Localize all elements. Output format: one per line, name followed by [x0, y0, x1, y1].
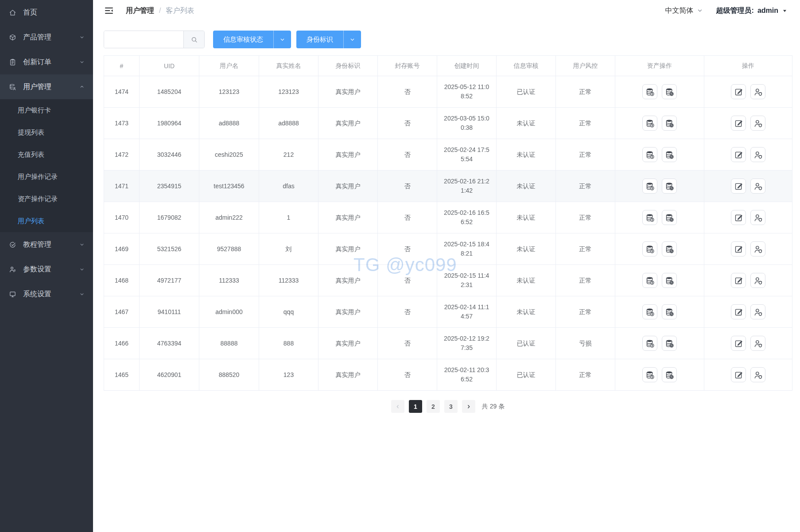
sidebar-item-label: 用户管理	[23, 82, 51, 92]
user-security-button[interactable]	[750, 336, 765, 351]
sidebar-item-withdraw-list[interactable]: 提现列表	[0, 121, 93, 144]
sidebar-item-label: 充值列表	[18, 151, 44, 159]
asset-freeze-button[interactable]	[662, 304, 677, 319]
breadcrumb-current: 客户列表	[166, 6, 194, 16]
cell-username: admin000	[199, 296, 259, 328]
sidebar-item-user-bank-cards[interactable]: 用户银行卡	[0, 99, 93, 121]
sidebar-item-innovation-orders[interactable]: 创新订单	[0, 50, 93, 74]
main-content: 用户管理 / 客户列表 中文简体 超级管理员: admin	[93, 0, 800, 532]
user-security-button[interactable]	[750, 273, 765, 288]
search-button[interactable]	[183, 31, 204, 48]
sidebar-item-products[interactable]: 产品管理	[0, 25, 93, 50]
cell-review: 未认证	[497, 265, 556, 296]
sidebar-item-label: 产品管理	[23, 33, 51, 42]
user-security-button[interactable]	[750, 210, 765, 225]
coins-dollar-icon: $	[645, 276, 655, 285]
cell-real-name: 123	[259, 359, 318, 391]
sidebar-item-recharge-list[interactable]: 充值列表	[0, 144, 93, 166]
asset-freeze-button[interactable]	[662, 210, 677, 225]
edit-user-button[interactable]	[731, 367, 746, 382]
user-security-button[interactable]	[750, 179, 765, 194]
user-security-button[interactable]	[750, 367, 765, 382]
asset-add-button[interactable]: $	[642, 179, 657, 194]
filter-identity-label[interactable]: 身份标识	[296, 35, 343, 44]
asset-add-button[interactable]: $	[642, 336, 657, 351]
sidebar-item-tutorials[interactable]: 教程管理	[0, 232, 93, 257]
cell-sealed: 否	[378, 265, 437, 296]
column-header: 资产操作	[615, 56, 704, 76]
asset-freeze-button[interactable]	[662, 336, 677, 351]
tutorial-icon	[9, 241, 16, 249]
pagination-page-1[interactable]: 1	[409, 400, 422, 413]
pagination-prev-button[interactable]	[391, 400, 404, 413]
edit-user-button[interactable]	[731, 147, 746, 162]
asset-freeze-button[interactable]	[662, 116, 677, 131]
cell-asset-actions: $	[615, 202, 704, 233]
asset-add-button[interactable]: $	[642, 367, 657, 382]
asset-freeze-button[interactable]	[662, 147, 677, 162]
username: admin	[757, 7, 778, 15]
edit-user-button[interactable]	[731, 210, 746, 225]
language-selector[interactable]: 中文简体	[665, 6, 703, 16]
asset-add-button[interactable]: $	[642, 273, 657, 288]
cell-asset-actions: $	[615, 296, 704, 328]
edit-user-button[interactable]	[731, 241, 746, 256]
user-security-button[interactable]	[750, 147, 765, 162]
cell-asset-actions: $	[615, 171, 704, 202]
user-account-menu[interactable]: 超级管理员: admin	[716, 6, 788, 16]
chevron-right-icon	[466, 404, 472, 410]
edit-user-button[interactable]	[731, 84, 746, 99]
asset-freeze-button[interactable]	[662, 179, 677, 194]
edit-user-button[interactable]	[731, 304, 746, 319]
asset-add-button[interactable]: $	[642, 241, 657, 256]
chevron-down-icon	[697, 8, 703, 14]
cell-uid: 1980964	[140, 108, 199, 139]
user-shield-icon	[753, 150, 763, 159]
asset-add-button[interactable]: $	[642, 116, 657, 131]
coins-dollar-icon: $	[645, 213, 655, 222]
edit-icon	[734, 150, 743, 159]
edit-user-button[interactable]	[731, 179, 746, 194]
asset-add-button[interactable]: $	[642, 210, 657, 225]
asset-add-button[interactable]: $	[642, 304, 657, 319]
column-header: UID	[140, 56, 199, 76]
user-security-button[interactable]	[750, 116, 765, 131]
asset-add-button[interactable]: $	[642, 147, 657, 162]
sidebar-item-user-operation-records[interactable]: 用户操作记录	[0, 166, 93, 188]
sidebar-collapse-icon[interactable]	[104, 5, 114, 16]
asset-freeze-button[interactable]	[662, 241, 677, 256]
pagination: 123共 29 条	[104, 400, 792, 413]
asset-freeze-button[interactable]	[662, 367, 677, 382]
sidebar-item-system-settings[interactable]: 系统设置	[0, 282, 93, 307]
filter-identity-dropdown[interactable]	[344, 37, 361, 43]
breadcrumb-separator: /	[159, 7, 161, 15]
sidebar-item-parameters[interactable]: 参数设置	[0, 257, 93, 282]
edit-user-button[interactable]	[731, 336, 746, 351]
edit-user-button[interactable]	[731, 116, 746, 131]
filter-review-status-label[interactable]: 信息审核状态	[213, 35, 273, 44]
svg-text:$: $	[651, 218, 653, 221]
cell-identity: 真实用户	[318, 328, 378, 359]
user-security-button[interactable]	[750, 241, 765, 256]
edit-user-button[interactable]	[731, 273, 746, 288]
pagination-page-2[interactable]: 2	[427, 400, 440, 413]
sidebar-item-user-list[interactable]: 用户列表	[0, 210, 93, 232]
cell-created: 2025-02-15 11:42:31	[437, 265, 497, 296]
column-header: 创建时间	[437, 56, 497, 76]
asset-freeze-button[interactable]	[662, 273, 677, 288]
breadcrumb-parent[interactable]: 用户管理	[126, 6, 154, 16]
user-security-button[interactable]	[750, 84, 765, 99]
search-input[interactable]	[104, 31, 183, 48]
pagination-page-3[interactable]: 3	[444, 400, 458, 413]
asset-add-button[interactable]: $	[642, 84, 657, 99]
toolbar: 信息审核状态 身份标识	[104, 31, 800, 48]
cell-sealed: 否	[378, 76, 437, 108]
asset-freeze-button[interactable]	[662, 84, 677, 99]
cell-risk: 正常	[556, 76, 615, 108]
sidebar-item-asset-operation-records[interactable]: 资产操作记录	[0, 188, 93, 210]
pagination-next-button[interactable]	[462, 400, 475, 413]
sidebar-item-home[interactable]: 首页	[0, 0, 93, 25]
filter-review-status-dropdown[interactable]	[274, 37, 291, 43]
sidebar-item-user-management[interactable]: 用户管理	[0, 74, 93, 99]
user-security-button[interactable]	[750, 304, 765, 319]
